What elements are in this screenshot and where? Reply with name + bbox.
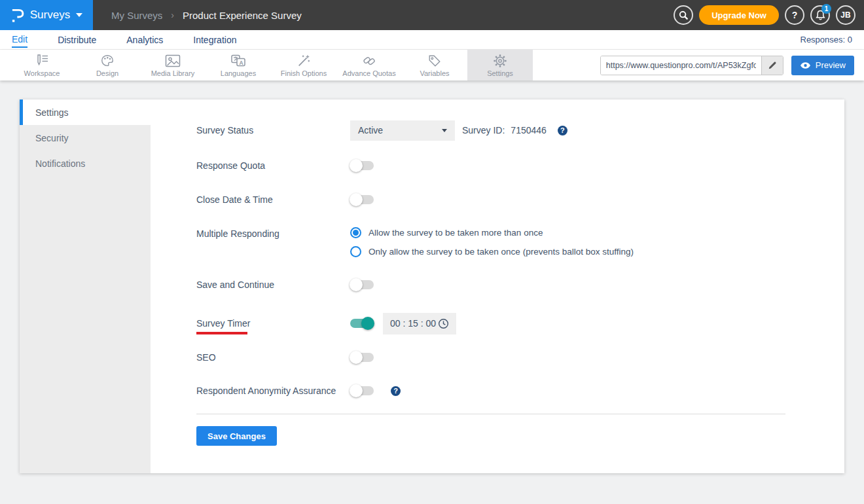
survey-nav-bar: Edit Distribute Analytics Integration Re… [0,30,864,50]
survey-status-label: Survey Status [196,125,350,135]
toolbar-item-workspace[interactable]: Workspace [9,50,75,81]
sidebar-item-settings[interactable]: Settings [20,99,151,125]
sidebar-item-label: Security [35,133,69,143]
respondent-anonymity-toggle[interactable] [350,386,374,395]
palette-icon [99,54,115,68]
toolbar-item-label: Settings [487,69,513,77]
survey-id-block: Survey ID: 7150446 ? [462,125,567,135]
red-highlight-underline [196,332,247,334]
toggle-knob [350,384,363,397]
save-and-continue-row: Save and Continue [196,278,805,291]
search-button[interactable] [674,5,693,25]
multiple-responding-label: Multiple Responding [196,228,350,239]
tab-analytics[interactable]: Analytics [126,32,163,47]
survey-timer-label-text: Survey Timer [196,318,250,329]
toggle-knob [350,159,363,172]
survey-url-input[interactable] [601,56,761,75]
responses-count: Responses: 0 [801,35,853,45]
tab-distribute[interactable]: Distribute [58,32,96,47]
settings-panel: Settings Security Notifications Survey S… [20,99,844,473]
radio-selected-icon[interactable] [350,227,361,238]
settings-sidebar: Settings Security Notifications [20,99,151,473]
close-date-toggle[interactable] [350,195,374,204]
breadcrumb-parent[interactable]: My Surveys [111,10,162,21]
radio-unselected-icon[interactable] [350,246,361,257]
survey-timer-value-field[interactable]: 00 : 15 : 00 [383,313,456,334]
questionpro-logo-icon [10,7,24,24]
survey-url-box [600,56,783,75]
sidebar-item-notifications[interactable]: Notifications [20,151,151,176]
toolbar-item-languages[interactable]: A Languages [206,50,271,81]
sidebar-item-label: Notifications [35,158,85,169]
edit-url-button[interactable] [761,56,783,75]
header-actions: Upgrade Now ? 1 JB [674,5,864,25]
gear-icon [492,54,508,68]
chevron-down-icon [442,129,447,132]
sidebar-item-security[interactable]: Security [20,125,151,151]
survey-timer-value: 00 : 15 : 00 [390,318,436,329]
radio-option-once[interactable]: Only allow the survey to be taken once (… [350,246,634,257]
toolbar-item-settings[interactable]: Settings [467,50,533,81]
search-icon [679,10,689,20]
survey-id-value: 7150446 [511,125,547,135]
breadcrumb-current: Product Experience Survey [183,10,302,21]
seo-label: SEO [196,352,350,363]
translate-icon: A [230,54,247,68]
product-label: Surveys [30,9,70,22]
response-quota-toggle[interactable] [350,161,374,170]
close-date-label: Close Date & Time [196,194,350,205]
notification-badge: 1 [821,4,831,14]
notifications-button[interactable]: 1 [810,5,830,25]
toggle-knob [350,278,363,291]
survey-id-help-icon[interactable]: ? [558,126,567,135]
user-avatar[interactable]: JB [836,5,855,25]
survey-timer-toggle[interactable] [350,319,374,328]
save-and-continue-toggle[interactable] [350,280,374,289]
question-mark-icon: ? [792,10,798,20]
seo-toggle[interactable] [350,353,374,362]
toolbar-item-finish-options[interactable]: Finish Options [271,50,336,81]
save-and-continue-label: Save and Continue [196,279,350,290]
magic-wand-icon [296,54,312,68]
upgrade-now-button[interactable]: Upgrade Now [699,5,779,25]
tab-edit[interactable]: Edit [12,31,27,48]
survey-timer-row: Survey Timer 00 : 15 : 00 [196,312,805,334]
product-switcher[interactable]: Surveys [0,0,93,30]
workspace-icon [34,54,50,68]
toolbar-item-label: Languages [221,69,256,77]
survey-status-select[interactable]: Active [350,120,455,141]
pencil-icon [768,61,777,70]
avatar-initials: JB [840,10,850,20]
form-divider [196,414,785,414]
survey-id-label: Survey ID: [462,125,505,135]
toolbar-item-media-library[interactable]: Media Library [140,50,206,81]
save-changes-button[interactable]: Save Changes [196,426,277,446]
sidebar-item-label: Settings [35,107,69,118]
preview-button[interactable]: Preview [791,56,854,75]
radio-option-label: Only allow the survey to be taken once (… [369,247,634,257]
chevron-down-icon [76,13,82,17]
breadcrumb: My Surveys › Product Experience Survey [111,10,302,21]
survey-status-value: Active [358,125,383,135]
svg-text:A: A [239,59,243,65]
respondent-anonymity-label: Respondent Anonymity Assurance [196,386,350,396]
response-quota-label: Response Quota [196,160,350,171]
toolbar-item-label: Workspace [24,69,60,77]
clock-icon [438,318,449,329]
toolbar-item-variables[interactable]: Variables [402,50,467,81]
tab-integration[interactable]: Integration [193,32,236,47]
toolbar-item-advance-quotas[interactable]: Advance Quotas [336,50,402,81]
edit-toolbar: Workspace Design Media Library A Languag… [0,50,864,81]
survey-timer-label: Survey Timer [196,318,350,329]
help-button[interactable]: ? [785,5,804,25]
toolbar-item-design[interactable]: Design [75,50,140,81]
eye-icon [800,62,811,69]
radio-option-multiple[interactable]: Allow the survey to be taken more than o… [350,227,634,238]
preview-label: Preview [816,60,846,70]
radio-option-label: Allow the survey to be taken more than o… [369,228,543,238]
toolbar-item-label: Design [96,69,118,77]
seo-row: SEO [196,351,805,364]
top-header-bar: Surveys My Surveys › Product Experience … [0,0,864,30]
toolbar-item-label: Variables [420,69,449,77]
respondent-anonymity-help-icon[interactable]: ? [391,386,401,396]
